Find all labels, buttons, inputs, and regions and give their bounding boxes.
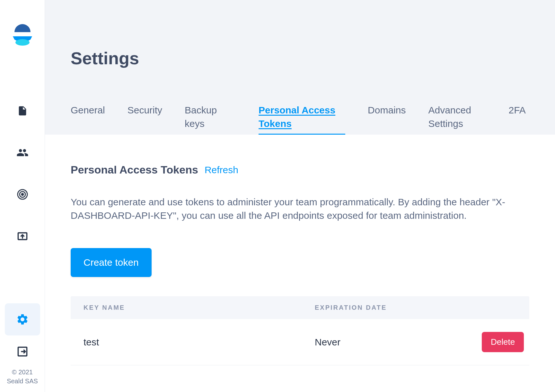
sidebar-item-documents[interactable] bbox=[16, 104, 29, 117]
column-expiration-date: EXPIRATION DATE bbox=[315, 304, 516, 311]
logo bbox=[11, 24, 34, 47]
sidebar-item-export[interactable] bbox=[16, 230, 29, 243]
sidebar-item-activity[interactable] bbox=[16, 188, 29, 201]
tab-general[interactable]: General bbox=[71, 103, 105, 120]
table-row: test Never Delete bbox=[71, 319, 529, 365]
tab-security[interactable]: Security bbox=[128, 103, 162, 120]
section-description: You can generate and use tokens to admin… bbox=[71, 195, 520, 222]
column-key-name: KEY NAME bbox=[84, 304, 315, 311]
section-title: Personal Access Tokens bbox=[71, 164, 198, 176]
sidebar: © 2021 Seald SAS bbox=[0, 0, 45, 392]
tab-2fa[interactable]: 2FA bbox=[508, 103, 525, 120]
svg-point-0 bbox=[15, 39, 30, 46]
tokens-table: KEY NAME EXPIRATION DATE test Never Dele… bbox=[71, 296, 529, 365]
delete-button[interactable]: Delete bbox=[482, 332, 524, 352]
sidebar-item-logout[interactable] bbox=[16, 345, 29, 358]
table-header: KEY NAME EXPIRATION DATE bbox=[71, 296, 529, 319]
create-token-button[interactable]: Create token bbox=[71, 248, 152, 277]
tabs: General Security Backup keys Personal Ac… bbox=[71, 103, 529, 135]
target-icon bbox=[17, 189, 28, 200]
gear-icon bbox=[16, 313, 29, 326]
tab-advanced-settings[interactable]: Advanced Settings bbox=[428, 103, 486, 134]
document-icon bbox=[17, 105, 28, 116]
copyright-company: Seald SAS bbox=[7, 377, 38, 386]
copyright: © 2021 Seald SAS bbox=[7, 368, 38, 386]
copyright-year: © 2021 bbox=[7, 368, 38, 377]
svg-point-3 bbox=[22, 193, 23, 195]
tab-backup-keys[interactable]: Backup keys bbox=[185, 103, 236, 134]
tab-domains[interactable]: Domains bbox=[368, 103, 406, 120]
cell-expiration-date: Never bbox=[315, 337, 482, 348]
users-icon bbox=[16, 147, 29, 159]
logout-icon bbox=[17, 346, 28, 357]
refresh-link[interactable]: Refresh bbox=[205, 165, 238, 175]
sidebar-item-settings[interactable] bbox=[5, 303, 40, 335]
page-title: Settings bbox=[71, 48, 529, 68]
tab-personal-access-tokens[interactable]: Personal Access Tokens bbox=[259, 103, 345, 135]
cell-key-name: test bbox=[84, 337, 315, 348]
sidebar-item-users[interactable] bbox=[16, 146, 29, 159]
upload-window-icon bbox=[17, 230, 28, 242]
